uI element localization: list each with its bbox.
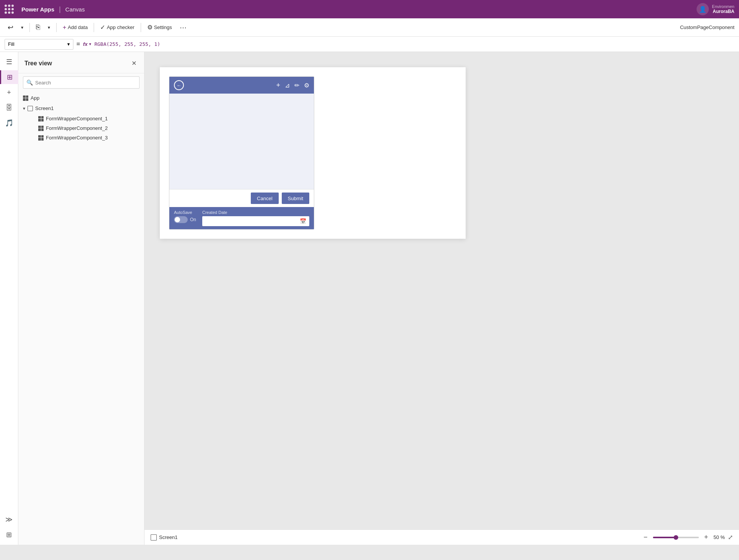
- zoom-out-button[interactable]: −: [641, 532, 650, 542]
- component-extra-row: AutoSave On Created Date: [169, 207, 314, 229]
- menu-button[interactable]: ☰: [2, 55, 16, 69]
- plus-icon: +: [63, 24, 66, 31]
- edit-icon[interactable]: ✏: [294, 82, 299, 89]
- insert-button[interactable]: +: [2, 86, 16, 99]
- environment-icon: 👤: [697, 3, 709, 15]
- settings-button[interactable]: ⚙ Settings: [144, 22, 175, 32]
- gear-settings-icon[interactable]: ⚙: [304, 82, 309, 89]
- checker-icon: ✓: [100, 24, 105, 31]
- toolbar-sep-3: [94, 23, 94, 32]
- zoom-controls: − + 50 % ⤢: [641, 532, 733, 542]
- equals-sign: =: [76, 41, 80, 48]
- copy-dropdown-button[interactable]: ▾: [45, 23, 53, 32]
- autosave-toggle[interactable]: On: [174, 216, 196, 223]
- zoom-slider[interactable]: [653, 537, 699, 538]
- back-button[interactable]: ←: [174, 80, 184, 90]
- canvas-content[interactable]: ← + ⊿ ✏ ⚙ Cancel Submit: [145, 52, 739, 529]
- toolbar: ↩ ▾ ⎘ ▾ + Add data ✓ App checker ⚙ Setti…: [0, 18, 739, 37]
- tree-item-component-1[interactable]: FormWrapperComponent_1: [18, 114, 144, 123]
- component2-label: FormWrapperComponent_2: [46, 125, 140, 131]
- autosave-label: AutoSave: [174, 210, 196, 215]
- property-selector[interactable]: Fill ▾: [5, 39, 73, 50]
- settings-icon: ⚙: [147, 24, 153, 31]
- component-footer: Cancel Submit: [169, 189, 314, 207]
- search-input[interactable]: [35, 80, 136, 86]
- variables-button[interactable]: ⊞: [2, 528, 16, 542]
- toggle-track: [174, 216, 188, 223]
- settings-label: Settings: [154, 24, 172, 30]
- tree-item-component-3[interactable]: FormWrapperComponent_3: [18, 133, 144, 142]
- env-label: Environmen: [712, 4, 734, 9]
- screen-indicator-icon: [151, 534, 157, 541]
- grid-icon-app: [23, 95, 28, 101]
- more-icon: ⋯: [180, 23, 187, 32]
- zoom-in-button[interactable]: +: [702, 532, 711, 542]
- tree-header: Tree view ✕: [18, 52, 144, 73]
- search-icon: 🔍: [26, 79, 33, 86]
- data-button[interactable]: 🗄: [2, 101, 16, 115]
- undo-button[interactable]: ↩: [5, 22, 16, 33]
- property-value: Fill: [8, 41, 15, 47]
- component3-label: FormWrapperComponent_3: [46, 135, 140, 141]
- tree-title: Tree view: [24, 60, 52, 67]
- bottom-screen-indicator: Screen1: [151, 534, 177, 541]
- cancel-button[interactable]: Cancel: [251, 193, 278, 204]
- layers-button[interactable]: ⊞: [0, 70, 18, 84]
- expand-icon[interactable]: ⤢: [728, 534, 733, 541]
- grid-icon-comp1: [38, 116, 44, 121]
- media-button[interactable]: 🎵: [2, 116, 16, 130]
- zoom-slider-fill: [653, 537, 676, 538]
- tree-item-component-2[interactable]: FormWrapperComponent_2: [18, 123, 144, 133]
- environment-info: Environmen AuroraBA: [712, 4, 734, 14]
- flow-button[interactable]: ≫: [2, 513, 16, 526]
- environment-selector[interactable]: 👤 Environmen AuroraBA: [697, 3, 734, 15]
- grid-icon-comp2: [38, 126, 44, 131]
- top-bar: Power Apps | Canvas 👤 Environmen AuroraB…: [0, 0, 739, 18]
- formula-input[interactable]: [94, 39, 734, 50]
- component-body: [169, 94, 314, 189]
- title-separator: |: [59, 5, 61, 13]
- app-title: Power Apps: [21, 6, 54, 13]
- component-header-bar: ← + ⊿ ✏ ⚙: [169, 77, 314, 94]
- created-date-label: Created Date: [202, 210, 309, 215]
- tree-close-button[interactable]: ✕: [130, 58, 138, 68]
- component1-label: FormWrapperComponent_1: [46, 116, 140, 121]
- apps-grid-button[interactable]: [5, 5, 14, 14]
- app-label: App: [31, 95, 140, 101]
- form-wrapper-component: ← + ⊿ ✏ ⚙ Cancel Submit: [169, 76, 314, 230]
- fx-indicator[interactable]: fx ▾: [83, 41, 91, 47]
- toolbar-sep-4: [141, 23, 141, 32]
- fx-label: fx: [83, 41, 88, 47]
- calendar-icon: 📅: [300, 218, 306, 224]
- zoom-slider-thumb: [674, 535, 678, 540]
- undo-dropdown-button[interactable]: ▾: [18, 23, 26, 32]
- toolbar-sep-1: [29, 23, 30, 32]
- toggle-label: On: [190, 217, 196, 222]
- screen1-label: Screen1: [35, 105, 131, 111]
- page-name-display: CustomPageComponent: [680, 24, 734, 30]
- main-layout: ☰ ⊞ + 🗄 🎵 ≫ ⊞ Tree view ✕ 🔍 App ▾: [0, 52, 739, 545]
- created-date-field: Created Date 📅: [202, 210, 309, 226]
- app-checker-button[interactable]: ✓ App checker: [97, 22, 137, 32]
- left-icon-bar: ☰ ⊞ + 🗄 🎵 ≫ ⊞: [0, 52, 18, 545]
- collapse-icon: ▾: [23, 106, 25, 111]
- tree-search-box[interactable]: 🔍: [23, 76, 140, 89]
- app-checker-label: App checker: [107, 24, 134, 30]
- filter-icon[interactable]: ⊿: [285, 82, 290, 89]
- more-button[interactable]: ⋯: [177, 22, 190, 33]
- copy-icon: ⎘: [36, 23, 40, 31]
- zoom-percent-display: 50 %: [713, 534, 725, 540]
- property-dropdown-icon: ▾: [67, 41, 70, 47]
- tree-item-screen1[interactable]: ▾ Screen1 ⋯: [18, 103, 144, 114]
- screen-icon: [28, 106, 33, 111]
- copy-button[interactable]: ⎘: [33, 22, 43, 33]
- add-data-button[interactable]: + Add data: [60, 23, 91, 32]
- add-icon[interactable]: +: [276, 81, 280, 89]
- canvas-area: ← + ⊿ ✏ ⚙ Cancel Submit: [145, 52, 739, 545]
- tree-item-app[interactable]: App: [18, 93, 144, 103]
- submit-button[interactable]: Submit: [282, 193, 309, 204]
- app-mode: Canvas: [65, 6, 85, 13]
- undo-icon: ↩: [8, 23, 13, 32]
- fx-chevron: ▾: [89, 42, 91, 47]
- date-input[interactable]: 📅: [202, 216, 309, 226]
